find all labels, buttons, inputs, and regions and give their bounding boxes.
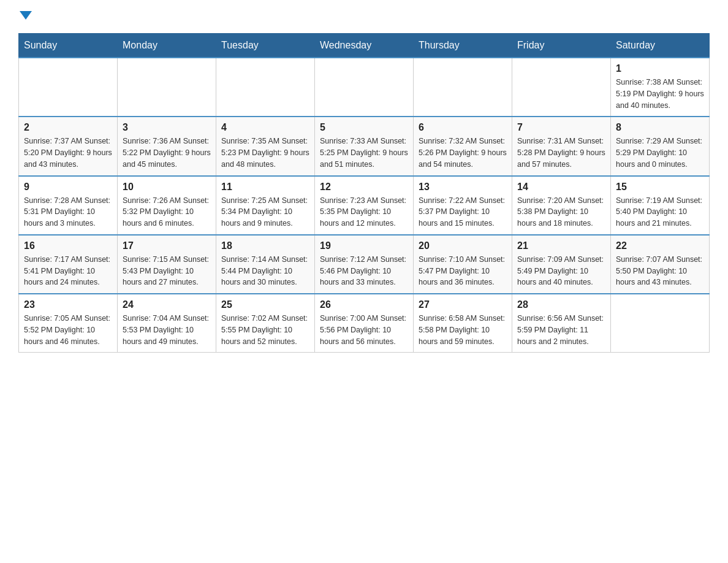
calendar-table: SundayMondayTuesdayWednesdayThursdayFrid… bbox=[18, 33, 710, 353]
calendar-cell: 18Sunrise: 7:14 AM Sunset: 5:44 PM Dayli… bbox=[216, 235, 315, 294]
day-info: Sunrise: 7:00 AM Sunset: 5:56 PM Dayligh… bbox=[320, 313, 408, 347]
day-info: Sunrise: 7:28 AM Sunset: 5:31 PM Dayligh… bbox=[24, 195, 112, 229]
calendar-cell bbox=[118, 58, 216, 117]
day-number: 8 bbox=[616, 122, 704, 133]
day-info: Sunrise: 7:15 AM Sunset: 5:43 PM Dayligh… bbox=[123, 254, 211, 288]
day-info: Sunrise: 7:04 AM Sunset: 5:53 PM Dayligh… bbox=[123, 313, 211, 347]
day-header-monday: Monday bbox=[118, 34, 216, 58]
day-info: Sunrise: 7:25 AM Sunset: 5:34 PM Dayligh… bbox=[221, 195, 309, 229]
day-number: 4 bbox=[221, 122, 309, 133]
calendar-cell: 23Sunrise: 7:05 AM Sunset: 5:52 PM Dayli… bbox=[19, 294, 118, 353]
calendar-cell: 16Sunrise: 7:17 AM Sunset: 5:41 PM Dayli… bbox=[19, 235, 118, 294]
day-number: 11 bbox=[221, 182, 309, 193]
calendar-cell: 14Sunrise: 7:20 AM Sunset: 5:38 PM Dayli… bbox=[512, 176, 611, 235]
day-number: 22 bbox=[616, 240, 704, 251]
day-number: 19 bbox=[320, 240, 408, 251]
calendar-cell bbox=[19, 58, 118, 117]
day-header-wednesday: Wednesday bbox=[315, 34, 414, 58]
day-number: 10 bbox=[123, 182, 211, 193]
logo bbox=[18, 12, 32, 21]
day-number: 20 bbox=[419, 240, 507, 251]
day-info: Sunrise: 7:31 AM Sunset: 5:28 PM Dayligh… bbox=[517, 136, 605, 170]
calendar-cell: 21Sunrise: 7:09 AM Sunset: 5:49 PM Dayli… bbox=[512, 235, 611, 294]
calendar-cell: 6Sunrise: 7:32 AM Sunset: 5:26 PM Daylig… bbox=[414, 117, 512, 175]
calendar-cell bbox=[216, 58, 315, 117]
day-header-saturday: Saturday bbox=[611, 34, 710, 58]
calendar-week-2: 2Sunrise: 7:37 AM Sunset: 5:20 PM Daylig… bbox=[19, 117, 710, 175]
day-number: 5 bbox=[320, 122, 408, 133]
day-info: Sunrise: 7:02 AM Sunset: 5:55 PM Dayligh… bbox=[221, 313, 309, 347]
calendar-cell: 2Sunrise: 7:37 AM Sunset: 5:20 PM Daylig… bbox=[19, 117, 118, 175]
calendar-cell: 3Sunrise: 7:36 AM Sunset: 5:22 PM Daylig… bbox=[118, 117, 216, 175]
calendar-cell bbox=[611, 294, 710, 353]
day-info: Sunrise: 7:37 AM Sunset: 5:20 PM Dayligh… bbox=[24, 136, 112, 170]
day-number: 25 bbox=[221, 299, 309, 310]
calendar-cell: 24Sunrise: 7:04 AM Sunset: 5:53 PM Dayli… bbox=[118, 294, 216, 353]
day-number: 12 bbox=[320, 182, 408, 193]
day-header-sunday: Sunday bbox=[19, 34, 118, 58]
calendar-header: SundayMondayTuesdayWednesdayThursdayFrid… bbox=[19, 34, 710, 58]
calendar-cell: 13Sunrise: 7:22 AM Sunset: 5:37 PM Dayli… bbox=[414, 176, 512, 235]
day-number: 1 bbox=[616, 63, 704, 74]
calendar-cell: 26Sunrise: 7:00 AM Sunset: 5:56 PM Dayli… bbox=[315, 294, 414, 353]
calendar-cell bbox=[315, 58, 414, 117]
logo-triangle-icon bbox=[20, 11, 32, 20]
day-info: Sunrise: 7:22 AM Sunset: 5:37 PM Dayligh… bbox=[419, 195, 507, 229]
calendar-cell: 22Sunrise: 7:07 AM Sunset: 5:50 PM Dayli… bbox=[611, 235, 710, 294]
day-info: Sunrise: 7:38 AM Sunset: 5:19 PM Dayligh… bbox=[616, 77, 704, 111]
calendar-body: 1Sunrise: 7:38 AM Sunset: 5:19 PM Daylig… bbox=[19, 58, 710, 353]
day-number: 26 bbox=[320, 299, 408, 310]
calendar-cell: 7Sunrise: 7:31 AM Sunset: 5:28 PM Daylig… bbox=[512, 117, 611, 175]
calendar-cell: 17Sunrise: 7:15 AM Sunset: 5:43 PM Dayli… bbox=[118, 235, 216, 294]
day-number: 23 bbox=[24, 299, 112, 310]
day-number: 15 bbox=[616, 182, 704, 193]
day-info: Sunrise: 7:09 AM Sunset: 5:49 PM Dayligh… bbox=[517, 254, 605, 288]
day-info: Sunrise: 6:58 AM Sunset: 5:58 PM Dayligh… bbox=[419, 313, 507, 347]
calendar-cell: 10Sunrise: 7:26 AM Sunset: 5:32 PM Dayli… bbox=[118, 176, 216, 235]
day-number: 6 bbox=[419, 122, 507, 133]
calendar-cell bbox=[414, 58, 512, 117]
day-info: Sunrise: 7:33 AM Sunset: 5:25 PM Dayligh… bbox=[320, 136, 408, 170]
day-number: 7 bbox=[517, 122, 605, 133]
day-info: Sunrise: 7:07 AM Sunset: 5:50 PM Dayligh… bbox=[616, 254, 704, 288]
calendar-cell: 8Sunrise: 7:29 AM Sunset: 5:29 PM Daylig… bbox=[611, 117, 710, 175]
calendar-week-3: 9Sunrise: 7:28 AM Sunset: 5:31 PM Daylig… bbox=[19, 176, 710, 235]
calendar-cell: 28Sunrise: 6:56 AM Sunset: 5:59 PM Dayli… bbox=[512, 294, 611, 353]
days-of-week-row: SundayMondayTuesdayWednesdayThursdayFrid… bbox=[19, 34, 710, 58]
calendar-cell: 12Sunrise: 7:23 AM Sunset: 5:35 PM Dayli… bbox=[315, 176, 414, 235]
day-info: Sunrise: 7:26 AM Sunset: 5:32 PM Dayligh… bbox=[123, 195, 211, 229]
day-number: 24 bbox=[123, 299, 211, 310]
day-info: Sunrise: 7:05 AM Sunset: 5:52 PM Dayligh… bbox=[24, 313, 112, 347]
day-number: 13 bbox=[419, 182, 507, 193]
calendar-cell: 9Sunrise: 7:28 AM Sunset: 5:31 PM Daylig… bbox=[19, 176, 118, 235]
calendar-cell: 19Sunrise: 7:12 AM Sunset: 5:46 PM Dayli… bbox=[315, 235, 414, 294]
day-number: 3 bbox=[123, 122, 211, 133]
day-info: Sunrise: 7:14 AM Sunset: 5:44 PM Dayligh… bbox=[221, 254, 309, 288]
day-number: 16 bbox=[24, 240, 112, 251]
calendar-cell: 15Sunrise: 7:19 AM Sunset: 5:40 PM Dayli… bbox=[611, 176, 710, 235]
day-header-thursday: Thursday bbox=[414, 34, 512, 58]
day-header-friday: Friday bbox=[512, 34, 611, 58]
calendar-week-4: 16Sunrise: 7:17 AM Sunset: 5:41 PM Dayli… bbox=[19, 235, 710, 294]
day-number: 18 bbox=[221, 240, 309, 251]
calendar-week-1: 1Sunrise: 7:38 AM Sunset: 5:19 PM Daylig… bbox=[19, 58, 710, 117]
page-header bbox=[18, 12, 710, 21]
day-header-tuesday: Tuesday bbox=[216, 34, 315, 58]
day-info: Sunrise: 7:20 AM Sunset: 5:38 PM Dayligh… bbox=[517, 195, 605, 229]
day-number: 14 bbox=[517, 182, 605, 193]
day-number: 21 bbox=[517, 240, 605, 251]
day-info: Sunrise: 7:32 AM Sunset: 5:26 PM Dayligh… bbox=[419, 136, 507, 170]
day-info: Sunrise: 7:23 AM Sunset: 5:35 PM Dayligh… bbox=[320, 195, 408, 229]
day-number: 17 bbox=[123, 240, 211, 251]
day-info: Sunrise: 7:19 AM Sunset: 5:40 PM Dayligh… bbox=[616, 195, 704, 229]
calendar-cell: 20Sunrise: 7:10 AM Sunset: 5:47 PM Dayli… bbox=[414, 235, 512, 294]
calendar-cell: 1Sunrise: 7:38 AM Sunset: 5:19 PM Daylig… bbox=[611, 58, 710, 117]
calendar-cell: 5Sunrise: 7:33 AM Sunset: 5:25 PM Daylig… bbox=[315, 117, 414, 175]
day-info: Sunrise: 7:17 AM Sunset: 5:41 PM Dayligh… bbox=[24, 254, 112, 288]
day-info: Sunrise: 7:36 AM Sunset: 5:22 PM Dayligh… bbox=[123, 136, 211, 170]
day-number: 28 bbox=[517, 299, 605, 310]
calendar-cell: 4Sunrise: 7:35 AM Sunset: 5:23 PM Daylig… bbox=[216, 117, 315, 175]
day-number: 9 bbox=[24, 182, 112, 193]
calendar-cell: 25Sunrise: 7:02 AM Sunset: 5:55 PM Dayli… bbox=[216, 294, 315, 353]
day-number: 2 bbox=[24, 122, 112, 133]
